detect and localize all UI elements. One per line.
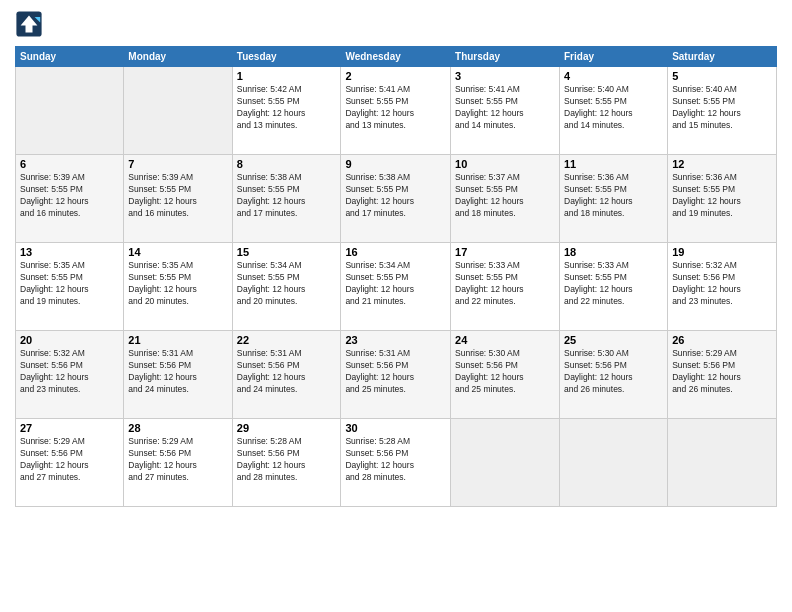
calendar-cell: 4Sunrise: 5:40 AM Sunset: 5:55 PM Daylig… (560, 67, 668, 155)
week-row-5: 27Sunrise: 5:29 AM Sunset: 5:56 PM Dayli… (16, 419, 777, 507)
day-number: 11 (564, 158, 663, 170)
calendar-cell: 6Sunrise: 5:39 AM Sunset: 5:55 PM Daylig… (16, 155, 124, 243)
day-number: 10 (455, 158, 555, 170)
col-header-tuesday: Tuesday (232, 47, 341, 67)
calendar-cell: 10Sunrise: 5:37 AM Sunset: 5:55 PM Dayli… (451, 155, 560, 243)
calendar-cell: 24Sunrise: 5:30 AM Sunset: 5:56 PM Dayli… (451, 331, 560, 419)
day-info: Sunrise: 5:30 AM Sunset: 5:56 PM Dayligh… (564, 348, 663, 396)
week-row-3: 13Sunrise: 5:35 AM Sunset: 5:55 PM Dayli… (16, 243, 777, 331)
calendar-cell: 12Sunrise: 5:36 AM Sunset: 5:55 PM Dayli… (668, 155, 777, 243)
col-header-sunday: Sunday (16, 47, 124, 67)
day-info: Sunrise: 5:33 AM Sunset: 5:55 PM Dayligh… (455, 260, 555, 308)
day-number: 4 (564, 70, 663, 82)
calendar-cell: 19Sunrise: 5:32 AM Sunset: 5:56 PM Dayli… (668, 243, 777, 331)
calendar-cell: 28Sunrise: 5:29 AM Sunset: 5:56 PM Dayli… (124, 419, 232, 507)
calendar-cell: 11Sunrise: 5:36 AM Sunset: 5:55 PM Dayli… (560, 155, 668, 243)
calendar-cell: 14Sunrise: 5:35 AM Sunset: 5:55 PM Dayli… (124, 243, 232, 331)
day-info: Sunrise: 5:35 AM Sunset: 5:55 PM Dayligh… (128, 260, 227, 308)
day-info: Sunrise: 5:31 AM Sunset: 5:56 PM Dayligh… (237, 348, 337, 396)
day-info: Sunrise: 5:35 AM Sunset: 5:55 PM Dayligh… (20, 260, 119, 308)
calendar-cell: 15Sunrise: 5:34 AM Sunset: 5:55 PM Dayli… (232, 243, 341, 331)
calendar-cell: 7Sunrise: 5:39 AM Sunset: 5:55 PM Daylig… (124, 155, 232, 243)
day-number: 20 (20, 334, 119, 346)
calendar-cell: 30Sunrise: 5:28 AM Sunset: 5:56 PM Dayli… (341, 419, 451, 507)
calendar-cell (668, 419, 777, 507)
week-row-4: 20Sunrise: 5:32 AM Sunset: 5:56 PM Dayli… (16, 331, 777, 419)
day-number: 21 (128, 334, 227, 346)
day-number: 14 (128, 246, 227, 258)
day-info: Sunrise: 5:29 AM Sunset: 5:56 PM Dayligh… (20, 436, 119, 484)
day-info: Sunrise: 5:41 AM Sunset: 5:55 PM Dayligh… (455, 84, 555, 132)
day-number: 17 (455, 246, 555, 258)
day-number: 24 (455, 334, 555, 346)
day-info: Sunrise: 5:36 AM Sunset: 5:55 PM Dayligh… (672, 172, 772, 220)
day-number: 22 (237, 334, 337, 346)
calendar-cell: 27Sunrise: 5:29 AM Sunset: 5:56 PM Dayli… (16, 419, 124, 507)
day-number: 15 (237, 246, 337, 258)
calendar-table: SundayMondayTuesdayWednesdayThursdayFrid… (15, 46, 777, 507)
col-header-friday: Friday (560, 47, 668, 67)
calendar-cell: 22Sunrise: 5:31 AM Sunset: 5:56 PM Dayli… (232, 331, 341, 419)
day-info: Sunrise: 5:29 AM Sunset: 5:56 PM Dayligh… (672, 348, 772, 396)
week-row-1: 1Sunrise: 5:42 AM Sunset: 5:55 PM Daylig… (16, 67, 777, 155)
calendar-cell: 26Sunrise: 5:29 AM Sunset: 5:56 PM Dayli… (668, 331, 777, 419)
col-header-wednesday: Wednesday (341, 47, 451, 67)
day-number: 29 (237, 422, 337, 434)
day-number: 26 (672, 334, 772, 346)
day-info: Sunrise: 5:39 AM Sunset: 5:55 PM Dayligh… (128, 172, 227, 220)
day-info: Sunrise: 5:41 AM Sunset: 5:55 PM Dayligh… (345, 84, 446, 132)
calendar-cell (560, 419, 668, 507)
calendar-cell: 29Sunrise: 5:28 AM Sunset: 5:56 PM Dayli… (232, 419, 341, 507)
day-number: 9 (345, 158, 446, 170)
day-info: Sunrise: 5:30 AM Sunset: 5:56 PM Dayligh… (455, 348, 555, 396)
day-number: 7 (128, 158, 227, 170)
logo-icon (15, 10, 43, 38)
week-row-2: 6Sunrise: 5:39 AM Sunset: 5:55 PM Daylig… (16, 155, 777, 243)
day-number: 25 (564, 334, 663, 346)
day-number: 30 (345, 422, 446, 434)
day-info: Sunrise: 5:38 AM Sunset: 5:55 PM Dayligh… (237, 172, 337, 220)
day-info: Sunrise: 5:36 AM Sunset: 5:55 PM Dayligh… (564, 172, 663, 220)
day-info: Sunrise: 5:28 AM Sunset: 5:56 PM Dayligh… (345, 436, 446, 484)
day-number: 2 (345, 70, 446, 82)
col-header-monday: Monday (124, 47, 232, 67)
col-header-thursday: Thursday (451, 47, 560, 67)
calendar-cell: 13Sunrise: 5:35 AM Sunset: 5:55 PM Dayli… (16, 243, 124, 331)
calendar-cell: 1Sunrise: 5:42 AM Sunset: 5:55 PM Daylig… (232, 67, 341, 155)
day-info: Sunrise: 5:40 AM Sunset: 5:55 PM Dayligh… (564, 84, 663, 132)
day-info: Sunrise: 5:39 AM Sunset: 5:55 PM Dayligh… (20, 172, 119, 220)
calendar-cell: 2Sunrise: 5:41 AM Sunset: 5:55 PM Daylig… (341, 67, 451, 155)
day-number: 27 (20, 422, 119, 434)
day-number: 6 (20, 158, 119, 170)
calendar-cell: 8Sunrise: 5:38 AM Sunset: 5:55 PM Daylig… (232, 155, 341, 243)
calendar-header-row: SundayMondayTuesdayWednesdayThursdayFrid… (16, 47, 777, 67)
page: SundayMondayTuesdayWednesdayThursdayFrid… (0, 0, 792, 612)
calendar-cell: 9Sunrise: 5:38 AM Sunset: 5:55 PM Daylig… (341, 155, 451, 243)
day-info: Sunrise: 5:32 AM Sunset: 5:56 PM Dayligh… (672, 260, 772, 308)
header (15, 10, 777, 38)
calendar-cell: 23Sunrise: 5:31 AM Sunset: 5:56 PM Dayli… (341, 331, 451, 419)
day-info: Sunrise: 5:33 AM Sunset: 5:55 PM Dayligh… (564, 260, 663, 308)
calendar-cell (451, 419, 560, 507)
day-number: 1 (237, 70, 337, 82)
calendar-cell: 3Sunrise: 5:41 AM Sunset: 5:55 PM Daylig… (451, 67, 560, 155)
day-number: 8 (237, 158, 337, 170)
logo (15, 10, 47, 38)
day-info: Sunrise: 5:29 AM Sunset: 5:56 PM Dayligh… (128, 436, 227, 484)
day-info: Sunrise: 5:40 AM Sunset: 5:55 PM Dayligh… (672, 84, 772, 132)
day-number: 19 (672, 246, 772, 258)
day-info: Sunrise: 5:31 AM Sunset: 5:56 PM Dayligh… (128, 348, 227, 396)
calendar-cell: 5Sunrise: 5:40 AM Sunset: 5:55 PM Daylig… (668, 67, 777, 155)
day-info: Sunrise: 5:28 AM Sunset: 5:56 PM Dayligh… (237, 436, 337, 484)
day-info: Sunrise: 5:31 AM Sunset: 5:56 PM Dayligh… (345, 348, 446, 396)
calendar-cell (16, 67, 124, 155)
day-info: Sunrise: 5:34 AM Sunset: 5:55 PM Dayligh… (345, 260, 446, 308)
day-number: 16 (345, 246, 446, 258)
day-info: Sunrise: 5:37 AM Sunset: 5:55 PM Dayligh… (455, 172, 555, 220)
calendar-cell: 16Sunrise: 5:34 AM Sunset: 5:55 PM Dayli… (341, 243, 451, 331)
calendar-cell (124, 67, 232, 155)
day-info: Sunrise: 5:38 AM Sunset: 5:55 PM Dayligh… (345, 172, 446, 220)
calendar-cell: 21Sunrise: 5:31 AM Sunset: 5:56 PM Dayli… (124, 331, 232, 419)
day-info: Sunrise: 5:34 AM Sunset: 5:55 PM Dayligh… (237, 260, 337, 308)
calendar-cell: 18Sunrise: 5:33 AM Sunset: 5:55 PM Dayli… (560, 243, 668, 331)
